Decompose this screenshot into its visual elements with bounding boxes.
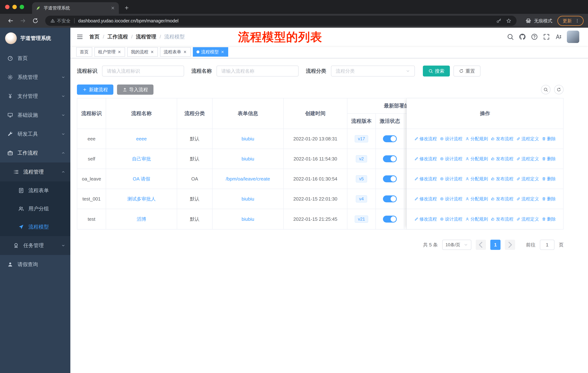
action-publish-process[interactable]: 发布流程 <box>491 176 514 182</box>
action-modify-process[interactable]: 修改流程 <box>414 196 437 202</box>
password-key-icon[interactable] <box>496 18 502 23</box>
github-icon[interactable] <box>519 33 526 40</box>
sidebar-item-process-management[interactable]: 流程管理 <box>0 162 70 181</box>
action-design-process[interactable]: 设计流程 <box>440 196 462 202</box>
action-modify-process[interactable]: 修改流程 <box>414 216 437 222</box>
page-number-button[interactable]: 1 <box>490 240 501 250</box>
tab-close-icon[interactable] <box>110 6 115 10</box>
action-design-process[interactable]: 设计流程 <box>440 156 462 162</box>
tag-home[interactable]: 首页 <box>76 47 92 57</box>
help-icon[interactable] <box>531 33 538 40</box>
update-button[interactable]: 更新 <box>557 16 584 26</box>
form-info-link[interactable]: biubiu <box>242 156 254 162</box>
sidebar-item-payment-management[interactable]: 支付管理 <box>0 87 70 106</box>
action-delete[interactable]: 删除 <box>542 176 556 182</box>
action-design-process[interactable]: 设计流程 <box>440 136 462 142</box>
breadcrumb-item[interactable]: 工作流程 <box>107 33 128 40</box>
process-name-link[interactable]: 测试多审批人 <box>127 196 156 202</box>
active-toggle[interactable] <box>383 216 397 222</box>
action-delete[interactable]: 删除 <box>542 196 556 202</box>
process-name-input[interactable]: 请输入流程名称 <box>217 66 299 77</box>
form-info-link[interactable]: biubiu <box>242 216 254 222</box>
action-process-definition[interactable]: 流程定义 <box>516 156 539 162</box>
browser-menu-icon[interactable] <box>575 18 580 23</box>
minimize-window-button[interactable] <box>12 5 17 9</box>
next-page-button[interactable] <box>505 240 515 250</box>
breadcrumb-item[interactable]: 首页 <box>89 33 100 40</box>
process-name-link[interactable]: 滔博 <box>137 216 146 222</box>
create-process-button[interactable]: 新建流程 <box>77 84 113 95</box>
browser-tab[interactable]: 芋道管理系统 <box>32 2 119 14</box>
tag-tenant-management[interactable]: 租户管理 <box>94 47 125 57</box>
sidebar-item-infrastructure[interactable]: 基础设施 <box>0 106 70 125</box>
action-publish-process[interactable]: 发布流程 <box>491 216 514 222</box>
breadcrumb-item[interactable]: 流程管理 <box>136 33 156 40</box>
bookmark-star-icon[interactable] <box>506 18 511 23</box>
tag-my-process[interactable]: 我的流程 <box>127 47 158 57</box>
action-publish-process[interactable]: 发布流程 <box>491 136 514 142</box>
import-process-button[interactable]: 导入流程 <box>117 84 153 95</box>
new-tab-button[interactable] <box>124 5 129 10</box>
action-modify-process[interactable]: 修改流程 <box>414 156 437 162</box>
action-delete[interactable]: 删除 <box>542 156 556 162</box>
sidebar-item-dev-tools[interactable]: 研发工具 <box>0 125 70 143</box>
action-design-process[interactable]: 设计流程 <box>440 176 462 182</box>
action-assign-rule[interactable]: 分配规则 <box>465 156 488 162</box>
action-assign-rule[interactable]: 分配规则 <box>465 196 488 202</box>
tag-close-icon[interactable] <box>117 50 121 54</box>
action-process-definition[interactable]: 流程定义 <box>516 216 539 222</box>
sidebar-item-process-model[interactable]: 流程模型 <box>0 218 70 236</box>
reset-button[interactable]: 重置 <box>453 66 481 77</box>
process-key-input[interactable]: 请输入流程标识 <box>102 66 184 77</box>
sidebar-item-workflow[interactable]: 工作流程 <box>0 143 70 162</box>
zoom-window-button[interactable] <box>20 5 24 9</box>
search-button[interactable]: 搜索 <box>423 66 450 77</box>
page-size-select[interactable]: 10条/页 <box>442 240 471 250</box>
form-info-link[interactable]: biubiu <box>242 196 254 202</box>
security-warning[interactable]: 不安全 <box>50 18 71 24</box>
action-modify-process[interactable]: 修改流程 <box>414 136 437 142</box>
action-assign-rule[interactable]: 分配规则 <box>465 176 488 182</box>
form-info-link[interactable]: /bpm/oa/leave/create <box>226 176 270 182</box>
active-toggle[interactable] <box>383 175 397 182</box>
goto-page-input[interactable]: 1 <box>540 240 555 250</box>
action-publish-process[interactable]: 发布流程 <box>491 196 514 202</box>
tag-process-form[interactable]: 流程表单 <box>160 47 191 57</box>
fullscreen-icon[interactable] <box>543 33 550 40</box>
refresh-table-button[interactable] <box>554 85 564 94</box>
active-toggle[interactable] <box>383 135 397 142</box>
tag-close-icon[interactable] <box>183 50 187 54</box>
action-design-process[interactable]: 设计流程 <box>440 216 462 222</box>
forward-button[interactable] <box>20 18 26 24</box>
url-text[interactable]: dashboard.yudao.iocoder.cn/bpm/manager/m… <box>78 18 178 23</box>
sidebar-item-task-management[interactable]: 任务管理 <box>0 236 70 255</box>
action-publish-process[interactable]: 发布流程 <box>491 156 514 162</box>
action-process-definition[interactable]: 流程定义 <box>516 136 539 142</box>
action-delete[interactable]: 删除 <box>542 216 556 222</box>
process-name-link[interactable]: eeee <box>136 136 147 142</box>
process-name-link[interactable]: OA 请假 <box>133 176 150 182</box>
address-bar[interactable]: 不安全 dashboard.yudao.iocoder.cn/bpm/manag… <box>45 16 516 26</box>
sidebar-item-leave-query[interactable]: 请假查询 <box>0 255 70 274</box>
active-toggle[interactable] <box>383 195 397 202</box>
process-name-link[interactable]: 自己审批 <box>132 156 151 162</box>
process-category-select[interactable]: 流程分类 <box>331 66 415 77</box>
form-info-link[interactable]: biubiu <box>242 136 254 142</box>
action-delete[interactable]: 删除 <box>542 136 556 142</box>
tag-close-icon[interactable] <box>220 50 225 54</box>
sidebar-item-process-form[interactable]: 流程表单 <box>0 181 70 200</box>
toggle-search-button[interactable] <box>541 85 550 94</box>
sidebar-item-system-management[interactable]: 系统管理 <box>0 68 70 87</box>
font-size-icon[interactable] <box>555 33 562 40</box>
tag-process-model[interactable]: 流程模型 <box>193 47 228 57</box>
tag-close-icon[interactable] <box>150 50 154 54</box>
close-window-button[interactable] <box>5 5 10 9</box>
action-process-definition[interactable]: 流程定义 <box>516 196 539 202</box>
prev-page-button[interactable] <box>476 240 486 250</box>
action-assign-rule[interactable]: 分配规则 <box>465 216 488 222</box>
sidebar-item-home[interactable]: 首页 <box>0 49 70 68</box>
search-icon[interactable] <box>507 33 514 40</box>
action-modify-process[interactable]: 修改流程 <box>414 176 437 182</box>
action-assign-rule[interactable]: 分配规则 <box>465 136 488 142</box>
user-avatar[interactable] <box>567 30 579 43</box>
